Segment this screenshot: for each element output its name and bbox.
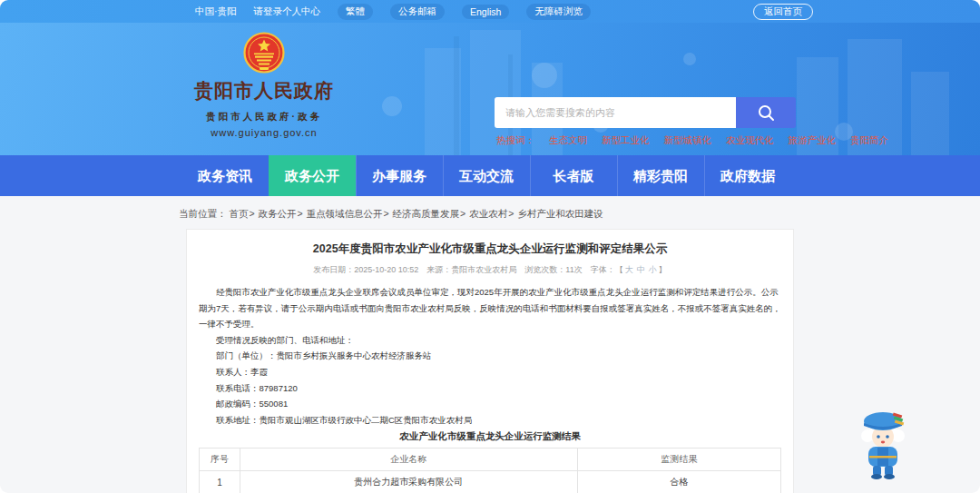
cell-company: 贵州合力超市采购有限公司 (240, 471, 577, 493)
search-button[interactable] (736, 97, 796, 128)
hot-search-link[interactable]: 农业现代化 (726, 134, 774, 147)
breadcrumb-link[interactable]: 经济高质量发展 (393, 208, 460, 219)
cell-no: 1 (200, 471, 240, 493)
mascot-assistant[interactable] (857, 409, 909, 481)
nav-tab[interactable]: 精彩贵阳 (617, 155, 704, 196)
article-meta: 发布日期：2025-10-20 10:52来源：贵阳市农业农村局浏览次数：11次… (187, 264, 793, 276)
breadcrumb-separator: > (249, 208, 254, 219)
return-home-button[interactable]: 返回首页 (753, 4, 813, 20)
nav-tab[interactable]: 互动交流 (443, 155, 530, 196)
site-logo[interactable]: 贵阳市人民政府 贵阳市人民政府·政务 www.guiyang.gov.cn (192, 31, 336, 138)
article-paragraph: 联系地址：贵阳市观山湖区市级行政中心二期C区贵阳市农业农村局 (199, 412, 781, 429)
article-paragraph: 联系电话：87987120 (199, 380, 781, 397)
topbar-link[interactable]: 请登录个人中心 (254, 5, 321, 18)
font-size-option[interactable]: 大 (625, 265, 633, 274)
topbar-link[interactable]: 公务邮箱 (390, 4, 445, 20)
font-size-label: 字体： (591, 265, 615, 274)
breadcrumb-separator: > (508, 208, 514, 219)
site-name: 贵阳市人民政府 (192, 78, 336, 104)
government-portal-page: 中国·贵阳 请登录个人中心 繁體 公务邮箱 English 无障碍浏览 返回首页 (0, 0, 980, 493)
breadcrumb-separator: > (384, 208, 389, 219)
site-subtitle: 贵阳市人民政府·政务 (192, 111, 336, 123)
bracket-close: 】 (659, 265, 667, 274)
main-nav: 政务资讯 政务公开 办事服务 互动交流 长者版 精彩贵阳 政府数据 (0, 155, 980, 196)
publish-date: 2025-10-20 10:52 (354, 265, 418, 274)
breadcrumb-link[interactable]: 乡村产业和农田建设 (517, 208, 603, 219)
hot-search-link[interactable]: 贵阳简介 (850, 134, 888, 147)
site-header: 贵阳市人民政府 贵阳市人民政府·政务 www.guiyang.gov.cn 热搜… (0, 23, 980, 155)
table-header-row: 序号 企业名称 监测结果 (200, 449, 781, 471)
cell-result: 合格 (577, 471, 780, 493)
topbar-link[interactable]: English (462, 5, 509, 19)
nav-tab[interactable]: 政务资讯 (181, 155, 269, 196)
topbar-links: 中国·贵阳 请登录个人中心 繁體 公务邮箱 English 无障碍浏览 (195, 4, 591, 20)
topbar-link[interactable]: 繁體 (338, 4, 373, 20)
article-body: 经贵阳市农业产业化市级重点龙头企业联席会议成员单位审定，现对2025年开展的农业… (199, 284, 781, 428)
national-emblem-icon (243, 31, 285, 76)
breadcrumb-label: 当前位置： (179, 208, 227, 219)
article-card: 2025年度贵阳市农业产业化市级重点龙头企业运行监测和评定结果公示 发布日期：2… (186, 229, 794, 493)
breadcrumb-link[interactable]: 首页 (229, 208, 248, 219)
breadcrumb-link[interactable]: 农业农村 (469, 208, 507, 219)
nav-tab[interactable]: 政务公开 (269, 155, 356, 196)
breadcrumb: 当前位置： 首页> 政务公开> 重点领域信息公开> 经济高质量发展> 农业农村>… (179, 208, 605, 221)
bracket-open: 【 (615, 265, 623, 274)
site-url: www.guiyang.gov.cn (192, 127, 336, 138)
breadcrumb-separator: > (460, 208, 466, 219)
views-label: 浏览次数： (524, 265, 565, 274)
topbar-link[interactable]: 无障碍浏览 (526, 4, 591, 20)
topbar-link[interactable]: 中国·贵阳 (195, 5, 237, 18)
col-header-result: 监测结果 (577, 449, 780, 471)
article-paragraph: 联系人：李霞 (199, 364, 781, 380)
search-input[interactable] (495, 97, 736, 128)
breadcrumb-separator: > (297, 208, 302, 219)
hot-search-link[interactable]: 旅游产业化 (789, 134, 837, 147)
results-table-title: 农业产业化市级重点龙头企业运行监测结果 (187, 430, 793, 443)
font-size-option[interactable]: 小 (649, 265, 657, 274)
col-header-no: 序号 (200, 449, 240, 471)
col-header-company: 企业名称 (240, 449, 577, 471)
nav-tab[interactable]: 办事服务 (356, 155, 443, 196)
views-count: 11次 (565, 265, 582, 274)
article-paragraph: 邮政编码：550081 (199, 396, 781, 412)
article-paragraph: 受理情况反映的部门、电话和地址： (199, 332, 781, 349)
hot-search-link[interactable]: 生态文明 (549, 134, 587, 147)
hot-search-label: 热搜词： (496, 134, 534, 147)
hot-search-words: 热搜词： 生态文明 新型工业化 新型城镇化 农业现代化 旅游产业化 贵阳简介 (496, 134, 888, 147)
search-icon (757, 104, 775, 122)
nav-tab[interactable]: 政府数据 (704, 155, 791, 196)
font-size-option[interactable]: 中 (637, 265, 645, 274)
topbar: 中国·贵阳 请登录个人中心 繁體 公务邮箱 English 无障碍浏览 返回首页 (0, 0, 980, 23)
nav-tab[interactable]: 长者版 (530, 155, 617, 196)
hot-search-link[interactable]: 新型城镇化 (664, 134, 712, 147)
search-bar (495, 97, 796, 128)
breadcrumb-link[interactable]: 政务公开 (258, 208, 296, 219)
article-title: 2025年度贵阳市农业产业化市级重点龙头企业运行监测和评定结果公示 (205, 242, 775, 257)
publish-date-label: 发布日期： (313, 265, 354, 274)
breadcrumb-link[interactable]: 重点领域信息公开 (307, 208, 383, 219)
results-table: 序号 企业名称 监测结果 1 贵州合力超市采购有限公司 合格 2 贵州友禾种业 (199, 448, 781, 493)
source-label: 来源： (426, 265, 451, 274)
table-row: 1 贵州合力超市采购有限公司 合格 (200, 471, 781, 493)
article-paragraph: 部门（单位）：贵阳市乡村振兴服务中心农村经济服务站 (199, 348, 781, 364)
article-paragraph: 经贵阳市农业产业化市级重点龙头企业联席会议成员单位审定，现对2025年开展的农业… (199, 284, 781, 332)
hot-search-link[interactable]: 新型工业化 (602, 134, 650, 147)
source: 贵阳市农业农村局 (451, 265, 516, 274)
